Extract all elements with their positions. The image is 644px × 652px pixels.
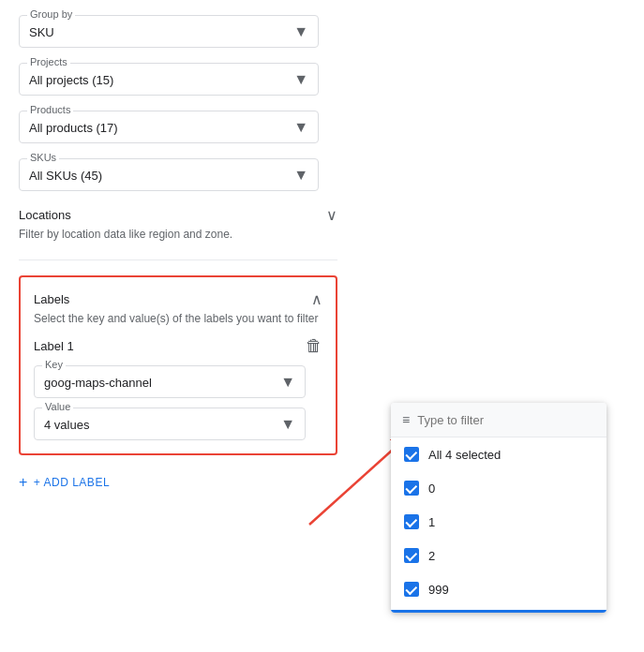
filter-icon: ≡ — [402, 412, 410, 427]
label-key-chevron-icon: ▼ — [280, 374, 295, 391]
label-key-select[interactable]: Key goog-maps-channel ▼ — [34, 365, 306, 398]
checkbox-2[interactable] — [404, 548, 419, 563]
dropdown-progress-bar — [391, 610, 607, 613]
label-key-value: goog-maps-channel — [44, 370, 275, 393]
projects-select[interactable]: Projects All projects (15) ▼ — [19, 63, 319, 96]
dropdown-item-2-label: 2 — [428, 549, 435, 563]
label-value-label: Value — [42, 401, 73, 412]
filter-input[interactable] — [417, 413, 595, 427]
checkbox-all-selected[interactable] — [404, 447, 419, 462]
label-value-value: 4 values — [44, 412, 275, 436]
dropdown-item-2[interactable]: 2 — [391, 539, 607, 572]
label-value-select[interactable]: Value 4 values ▼ — [34, 408, 306, 440]
locations-section: Locations ∨ Filter by location data like… — [19, 206, 337, 260]
dropdown-item-0[interactable]: 0 — [391, 471, 607, 505]
add-label-button[interactable]: + + ADD LABEL — [19, 470, 110, 495]
locations-collapse-icon[interactable]: ∨ — [326, 206, 337, 224]
dropdown-item-999[interactable]: 999 — [391, 572, 607, 606]
dropdown-item-1-label: 1 — [428, 515, 435, 529]
skus-chevron-icon: ▼ — [293, 167, 308, 184]
filter-input-wrapper: ≡ — [391, 403, 607, 437]
group-by-value: SKU — [29, 20, 288, 43]
projects-value: All projects (15) — [29, 67, 288, 91]
label-value-chevron-icon: ▼ — [280, 416, 295, 433]
checkbox-1[interactable] — [404, 514, 419, 529]
labels-subtitle: Select the key and value(s) of the label… — [34, 312, 322, 325]
delete-label-icon[interactable]: 🗑 — [306, 336, 322, 356]
products-select[interactable]: Products All products (17) ▼ — [19, 111, 319, 143]
locations-title: Locations — [19, 208, 71, 222]
products-value: All products (17) — [29, 115, 288, 139]
labels-section: Labels ∧ Select the key and value(s) of … — [19, 275, 337, 455]
skus-label: SKUs — [27, 152, 59, 163]
dropdown-item-all[interactable]: All 4 selected — [391, 437, 607, 471]
projects-chevron-icon: ▼ — [293, 71, 308, 88]
add-label-label: + ADD LABEL — [34, 476, 110, 489]
dropdown-item-all-label: All 4 selected — [428, 448, 501, 462]
group-by-select[interactable]: Group by SKU ▼ — [19, 15, 319, 48]
projects-label: Projects — [27, 56, 70, 67]
products-chevron-icon: ▼ — [293, 119, 308, 136]
skus-select[interactable]: SKUs All SKUs (45) ▼ — [19, 158, 319, 191]
checkbox-0[interactable] — [404, 481, 419, 496]
dropdown-panel: ≡ All 4 selected 0 1 2 999 — [391, 403, 607, 613]
group-by-label: Group by — [27, 8, 75, 20]
products-label: Products — [27, 104, 73, 115]
dropdown-item-0-label: 0 — [428, 482, 435, 496]
label-key-label: Key — [42, 359, 66, 370]
skus-value: All SKUs (45) — [29, 163, 288, 186]
label-item-1: Label 1 🗑 Key goog-maps-channel ▼ Value … — [34, 336, 322, 440]
locations-subtitle: Filter by location data like region and … — [19, 228, 337, 241]
dropdown-item-1[interactable]: 1 — [391, 505, 607, 539]
labels-collapse-icon[interactable]: ∧ — [311, 290, 322, 308]
plus-icon: + — [19, 474, 28, 491]
group-by-chevron-icon: ▼ — [293, 23, 308, 40]
dropdown-item-999-label: 999 — [428, 583, 449, 597]
labels-title: Labels — [34, 292, 69, 306]
label-1-title: Label 1 — [34, 339, 74, 353]
checkbox-999[interactable] — [404, 582, 419, 597]
